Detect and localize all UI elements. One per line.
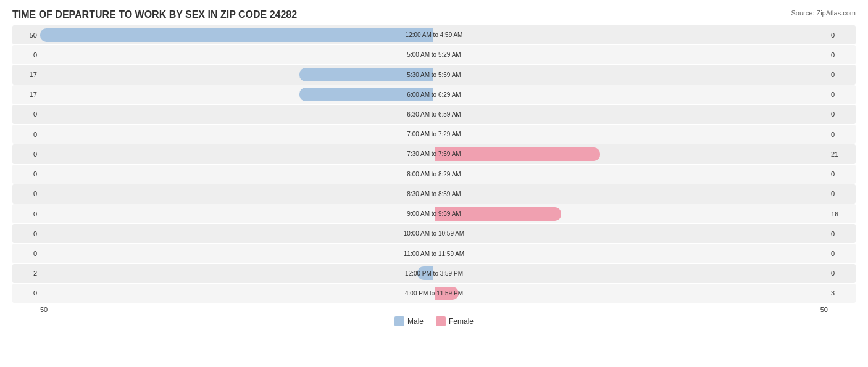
male-value: 0: [12, 250, 40, 257]
male-value: 0: [12, 151, 40, 158]
male-bar-container: [40, 144, 434, 163]
axis-left-label: 50: [40, 306, 48, 313]
male-value: 0: [12, 131, 40, 138]
female-bar-container: [434, 85, 828, 104]
bars-section: 8:00 AM to 8:29 AM: [40, 165, 828, 184]
male-value: 2: [12, 270, 40, 277]
bar-row: 06:30 AM to 6:59 AM0: [12, 105, 856, 124]
female-value: 16: [828, 210, 856, 218]
bar-row: 05:00 AM to 5:29 AM0: [12, 45, 856, 64]
female-value: 0: [828, 71, 856, 78]
bar-row: 09:00 AM to 9:59 AM16: [12, 204, 856, 223]
male-value: 0: [12, 230, 40, 237]
male-value: 0: [12, 110, 40, 118]
male-value: 50: [12, 31, 40, 39]
bars-section: 9:00 AM to 9:59 AM: [40, 204, 828, 223]
bars-section: 5:30 AM to 5:59 AM: [40, 65, 828, 84]
female-bar: [435, 207, 561, 221]
legend: Male Female: [12, 316, 856, 326]
bar-row: 010:00 AM to 10:59 AM0: [12, 224, 856, 243]
female-bar-container: [434, 224, 828, 243]
female-bar-container: [434, 244, 828, 263]
legend-female-label: Female: [449, 317, 474, 326]
male-bar-container: [40, 105, 434, 124]
legend-male-label: Male: [407, 317, 424, 326]
male-bar: [299, 88, 433, 101]
axis-right-label: 50: [820, 306, 828, 313]
bars-section: 12:00 PM to 3:59 PM: [40, 264, 828, 283]
male-value: 17: [12, 91, 40, 98]
bar-row: 176:00 AM to 6:29 AM0: [12, 85, 856, 104]
female-value: 0: [828, 131, 856, 138]
male-value: 0: [12, 190, 40, 197]
rows-container: 5012:00 AM to 4:59 AM005:00 AM to 5:29 A…: [12, 25, 856, 303]
female-bar-container: [434, 144, 828, 163]
female-bar-container: [434, 45, 828, 64]
chart-area: 5012:00 AM to 4:59 AM005:00 AM to 5:29 A…: [12, 25, 856, 321]
male-bar-container: [40, 85, 434, 104]
axis-bottom: 50 50: [12, 303, 856, 313]
bar-row: 08:30 AM to 8:59 AM0: [12, 184, 856, 204]
bars-section: 12:00 AM to 4:59 AM: [40, 25, 828, 44]
male-value: 0: [12, 210, 40, 218]
male-bar-container: [40, 244, 434, 263]
male-bar-container: [40, 45, 434, 64]
bar-row: 011:00 AM to 11:59 AM0: [12, 244, 856, 263]
female-value: 0: [828, 230, 856, 237]
female-value: 0: [828, 190, 856, 197]
female-bar-container: [434, 125, 828, 144]
male-bar-container: [40, 224, 434, 243]
chart-container: TIME OF DEPARTURE TO WORK BY SEX IN ZIP …: [0, 0, 868, 367]
legend-male: Male: [394, 316, 424, 326]
female-bar-container: [434, 165, 828, 184]
male-bar-container: [40, 25, 434, 44]
legend-female-box: [436, 316, 446, 326]
female-value: 0: [828, 110, 856, 118]
female-bar-container: [434, 284, 828, 303]
female-value: 0: [828, 31, 856, 39]
male-value: 17: [12, 71, 40, 78]
male-bar-container: [40, 165, 434, 184]
female-bar-container: [434, 105, 828, 124]
female-bar-container: [434, 184, 828, 204]
bar-row: 175:30 AM to 5:59 AM0: [12, 65, 856, 84]
male-bar: [40, 28, 433, 42]
female-bar-container: [434, 65, 828, 84]
bars-section: 10:00 AM to 10:59 AM: [40, 224, 828, 243]
chart-title: TIME OF DEPARTURE TO WORK BY SEX IN ZIP …: [12, 9, 856, 20]
male-bar-container: [40, 264, 434, 283]
bars-section: 7:00 AM to 7:29 AM: [40, 125, 828, 144]
male-value: 0: [12, 289, 40, 297]
female-bar: [435, 287, 459, 300]
female-value: 0: [828, 51, 856, 59]
female-value: 21: [828, 151, 856, 158]
bar-row: 07:00 AM to 7:29 AM0: [12, 125, 856, 144]
bars-section: 7:30 AM to 7:59 AM: [40, 144, 828, 163]
male-bar-container: [40, 65, 434, 84]
female-bar: [435, 147, 600, 161]
source-text: Source: ZipAtlas.com: [791, 9, 856, 17]
male-bar: [299, 68, 433, 81]
female-value: 0: [828, 170, 856, 178]
female-value: 0: [828, 250, 856, 257]
female-bar-container: [434, 264, 828, 283]
female-bar-container: [434, 204, 828, 223]
male-bar-container: [40, 204, 434, 223]
female-value: 0: [828, 91, 856, 98]
female-value: 3: [828, 289, 856, 297]
bars-section: 5:00 AM to 5:29 AM: [40, 45, 828, 64]
female-bar-container: [434, 25, 828, 44]
bars-section: 4:00 PM to 11:59 PM: [40, 284, 828, 303]
male-value: 0: [12, 51, 40, 59]
male-bar-container: [40, 125, 434, 144]
male-value: 0: [12, 170, 40, 178]
male-bar-container: [40, 284, 434, 303]
legend-male-box: [394, 316, 404, 326]
male-bar: [417, 266, 433, 280]
bar-row: 5012:00 AM to 4:59 AM0: [12, 25, 856, 44]
legend-female: Female: [436, 316, 474, 326]
male-bar-container: [40, 184, 434, 204]
bar-row: 04:00 PM to 11:59 PM3: [12, 284, 856, 303]
bar-row: 07:30 AM to 7:59 AM21: [12, 144, 856, 163]
bars-section: 6:30 AM to 6:59 AM: [40, 105, 828, 124]
